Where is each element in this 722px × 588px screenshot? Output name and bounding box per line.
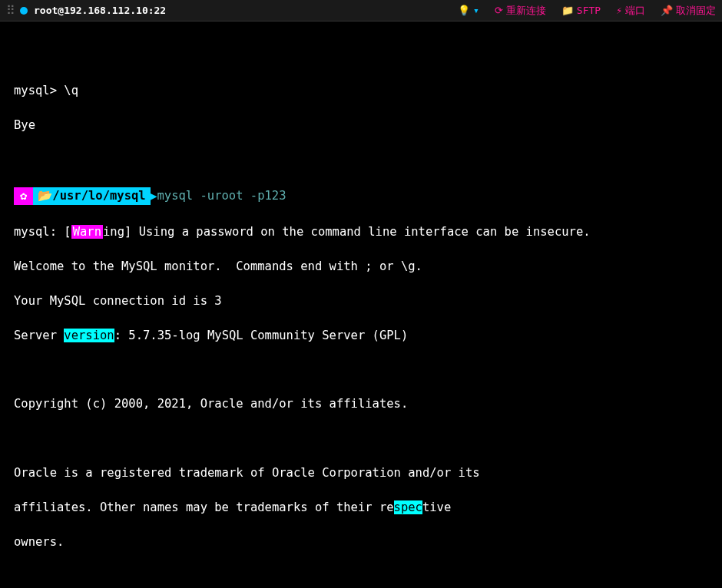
prompt-gear-icon: ✿ <box>14 187 33 204</box>
lightbulb-icon: 💡 <box>458 5 470 16</box>
spec-highlight: spec <box>394 500 422 514</box>
unpin-button[interactable]: 📌 取消固定 <box>661 4 716 18</box>
reconnect-button[interactable]: ⟳ 重新连接 <box>495 4 546 18</box>
hint-button[interactable]: 💡 ▾ <box>458 5 479 16</box>
plug-icon: ⚡ <box>616 5 622 16</box>
refresh-icon: ⟳ <box>495 5 503 16</box>
terminal-line: Oracle is a registered trademark of Orac… <box>14 464 708 481</box>
toolbar-right: 💡 ▾ ⟳ 重新连接 📁 SFTP ⚡ 端口 📌 取消固定 <box>458 4 716 18</box>
terminal-line: Server version: 5.7.35-log MySQL Communi… <box>14 327 708 344</box>
terminal-line: affiliates. Other names may be trademark… <box>14 499 708 516</box>
toolbar: ⠿ root@192.168.112.10:22 💡 ▾ ⟳ 重新连接 📁 SF… <box>0 0 722 21</box>
reconnect-label: 重新连接 <box>506 4 546 18</box>
sftp-button[interactable]: 📁 SFTP <box>561 5 601 16</box>
terminal-line: Your MySQL connection id is 3 <box>14 292 708 309</box>
port-label: 端口 <box>625 4 645 18</box>
terminal-line: Copyright (c) 2000, 2021, Oracle and/or … <box>14 395 708 412</box>
folder-icon: 📁 <box>561 5 574 16</box>
terminal-line: mysql: [Warning] Using a password on the… <box>14 223 708 240</box>
terminal-line <box>14 151 708 168</box>
terminal-line <box>14 568 708 585</box>
connection-status-dot <box>20 7 28 15</box>
sftp-label: SFTP <box>577 5 601 16</box>
terminal-output[interactable]: mysql> \q Bye ✿📂/usr/lo/mysql▶ mysql -ur… <box>0 21 722 588</box>
folder-open-icon: 📂 <box>38 187 52 204</box>
prompt-arrow-icon: ▶ <box>149 186 157 206</box>
host-label: root@192.168.112.10:22 <box>34 5 166 16</box>
terminal-line <box>14 362 708 378</box>
prompt-line: ✿📂/usr/lo/mysql▶ mysql -uroot -p123 <box>14 186 708 206</box>
toolbar-left: ⠿ root@192.168.112.10:22 <box>6 3 458 18</box>
version-highlight: version <box>64 329 114 342</box>
terminal-line: owners. <box>14 533 708 550</box>
unpin-label: 取消固定 <box>676 4 716 18</box>
terminal-line: mysql> \q <box>14 82 708 99</box>
terminal-line <box>14 430 708 447</box>
chevron-down-icon: ▾ <box>473 5 479 16</box>
warn-highlight: Warn <box>71 225 103 239</box>
grid-icon[interactable]: ⠿ <box>6 3 14 18</box>
port-button[interactable]: ⚡ 端口 <box>616 4 645 18</box>
prompt-path: 📂/usr/lo/mysql <box>33 187 150 204</box>
terminal-line <box>14 48 708 64</box>
terminal-line: Welcome to the MySQL monitor. Commands e… <box>14 258 708 275</box>
command-text: mysql -uroot -p123 <box>157 187 286 204</box>
pin-icon: 📌 <box>661 5 673 16</box>
terminal-line: Bye <box>14 117 708 134</box>
